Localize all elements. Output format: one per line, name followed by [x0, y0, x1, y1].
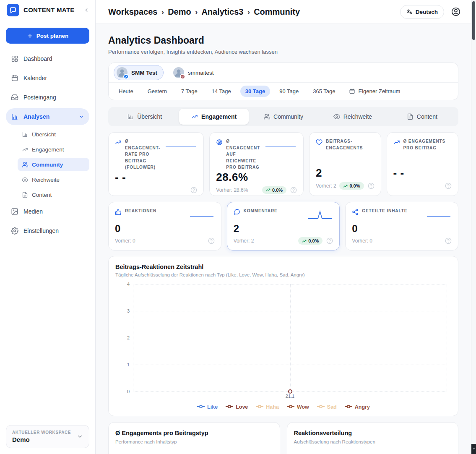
platform-badge — [180, 74, 185, 79]
stat-card--engagement-rate-pro-beitrag-follower-[interactable]: Ø ENGAGEMENT-RATE PRO BEITRAG (FOLLOWER)… — [108, 132, 204, 196]
post-planen-button[interactable]: Post planen — [6, 28, 89, 44]
tab-engagement[interactable]: Engagement — [179, 109, 248, 125]
post-planen-label: Post planen — [36, 33, 69, 39]
sidebar-subitem-engagement[interactable]: Engagement — [18, 143, 89, 156]
tab-übersicht[interactable]: Übersicht — [110, 109, 179, 125]
account-menu-button[interactable] — [451, 7, 461, 17]
stat-card-header: GETEILTE INHALTE — [352, 208, 452, 223]
stat-card-footer: Vorher: 28.6%0.0% — [216, 186, 297, 194]
scrollbar-thumb[interactable] — [472, 1, 475, 40]
time-range-option[interactable]: 90 Tage — [274, 86, 304, 97]
help-icon[interactable] — [368, 183, 375, 189]
sidebar-subitem-übersicht[interactable]: Übersicht — [18, 128, 89, 141]
tab-community[interactable]: Community — [249, 109, 318, 125]
sidebar-item-einstellungen[interactable]: Einstellungen — [6, 222, 89, 239]
stat-value: 2 — [316, 167, 374, 180]
app-root: CONTENT MATE Post planen DashboardKalend… — [0, 0, 476, 454]
y-axis-tick: 1 — [121, 362, 130, 367]
sidebar-item-medien[interactable]: Medien — [6, 203, 89, 220]
doc-icon — [22, 192, 28, 198]
sidebar-subitem-label: Übersicht — [32, 131, 56, 138]
scrollbar-down-button[interactable] — [471, 444, 476, 454]
help-icon[interactable] — [445, 183, 452, 189]
breadcrumb: Workspaces›Demo›Analytics3›Community — [108, 7, 400, 17]
workspace-text: AKTUELLER WORKSPACE Demo — [12, 430, 77, 443]
share-icon — [352, 209, 359, 215]
legend-label: Wow — [297, 404, 309, 410]
account-name: smmaitest — [188, 70, 214, 76]
stat-card--engagement-auf-reichweite-pro-beitrag[interactable]: Ø ENGAGEMENT AUF REICHWEITE PRO BEITRAG2… — [209, 132, 304, 196]
time-range-option[interactable]: 14 Tage — [207, 86, 236, 97]
summary-card: Ø Engagements pro BeitragstypPerformance… — [108, 422, 280, 454]
account-chip[interactable]: smmaitest — [170, 65, 220, 80]
time-range-option[interactable]: 7 Tage — [176, 86, 203, 97]
stat-card--engagements-pro-beitrag[interactable]: Ø ENGAGEMENTS PRO BEITRAG- - — [387, 132, 458, 196]
change-badge: 0.0% — [339, 182, 364, 190]
help-icon[interactable] — [326, 237, 333, 244]
workspace-selector[interactable]: AKTUELLER WORKSPACE Demo — [6, 425, 89, 448]
legend-item-like[interactable]: Like — [197, 404, 218, 410]
tab-content[interactable]: Content — [388, 109, 457, 125]
time-range-option[interactable]: 30 Tage — [240, 86, 270, 97]
account-avatar — [117, 67, 127, 78]
stat-value: - - — [393, 167, 452, 180]
time-range-option[interactable]: Gestern — [143, 86, 172, 97]
sidebar-item-analysen[interactable]: Analysen — [6, 108, 89, 125]
help-icon[interactable] — [445, 237, 452, 244]
sidebar-subitem-label: Content — [32, 192, 52, 198]
summary-card-title: Reaktionsverteilung — [294, 430, 452, 436]
language-label: Deutsch — [416, 9, 438, 15]
breadcrumb-item[interactable]: Community — [254, 7, 300, 17]
legend-marker — [317, 404, 325, 410]
page-subtitle: Performance verfolgen, Insights entdecke… — [108, 49, 458, 55]
sidebar-item-label: Medien — [23, 208, 43, 215]
stat-value: 0 — [115, 223, 215, 235]
help-icon[interactable] — [190, 187, 197, 193]
trend-icon — [266, 188, 271, 192]
help-icon[interactable] — [290, 187, 297, 193]
legend-item-haha[interactable]: Haha — [255, 404, 279, 410]
scroll-down-icon — [472, 447, 476, 451]
chat-bubble-icon — [10, 8, 16, 13]
gridline-vertical — [133, 284, 133, 391]
custom-range-option[interactable]: Eigener Zeitraum — [345, 86, 405, 97]
sidebar-subitem-community[interactable]: Community — [18, 158, 89, 171]
heart-icon — [316, 139, 323, 146]
stat-card-header: KOMMENTARE — [234, 208, 333, 223]
stat-previous: Vorher: 0 — [352, 238, 441, 244]
legend-label: Haha — [266, 404, 279, 410]
stat-card-geteilte-inhalte[interactable]: GETEILTE INHALTE0Vorher: 0 — [345, 202, 458, 250]
account-chip[interactable]: SMM Test — [114, 65, 164, 80]
sidebar-item-kalender[interactable]: Kalender — [6, 70, 89, 86]
language-button[interactable]: Deutsch — [400, 5, 444, 19]
account-name: SMM Test — [131, 70, 157, 76]
data-point-marker — [288, 389, 292, 394]
stat-card-kommentare[interactable]: KOMMENTARE2Vorher: 20.0% — [227, 202, 340, 250]
breadcrumb-item[interactable]: Workspaces — [108, 7, 157, 17]
sparkline — [426, 210, 452, 223]
target-icon — [216, 139, 223, 146]
sidebar-item-posteingang[interactable]: Posteingang — [6, 89, 89, 106]
legend-item-angry[interactable]: Angry — [344, 404, 370, 410]
time-range-option[interactable]: 365 Tage — [308, 86, 340, 97]
stat-card-header: REAKTIONEN — [115, 208, 215, 223]
legend-item-sad[interactable]: Sad — [317, 404, 337, 410]
legend-item-wow[interactable]: Wow — [286, 404, 309, 410]
sidebar-subitem-label: Reichweite — [32, 177, 60, 183]
sidebar-item-dashboard[interactable]: Dashboard — [6, 50, 89, 67]
tab-reichweite[interactable]: Reichweite — [318, 109, 387, 125]
summary-card: ReaktionsverteilungAufschlüsselung nach … — [287, 422, 459, 454]
time-range-option[interactable]: Heute — [114, 86, 138, 97]
sidebar-subitem-reichweite[interactable]: Reichweite — [18, 173, 89, 186]
breadcrumb-item[interactable]: Analytics3 — [201, 7, 243, 17]
tab-label: Engagement — [201, 113, 237, 120]
stat-card-reaktionen[interactable]: REAKTIONEN0Vorher: 0 — [108, 202, 221, 250]
breadcrumb-item[interactable]: Demo — [168, 7, 191, 17]
sidebar: CONTENT MATE Post planen DashboardKalend… — [0, 0, 96, 454]
sidebar-subitem-content[interactable]: Content — [18, 188, 89, 201]
stat-card-beitrags-engagements[interactable]: BEITRAGS-ENGAGEMENTS2Vorher: 20.0% — [309, 132, 381, 196]
help-icon[interactable] — [208, 237, 215, 244]
legend-item-love[interactable]: Love — [225, 404, 248, 410]
dashboard-icon — [11, 55, 18, 63]
sidebar-collapse-button[interactable] — [83, 7, 89, 13]
